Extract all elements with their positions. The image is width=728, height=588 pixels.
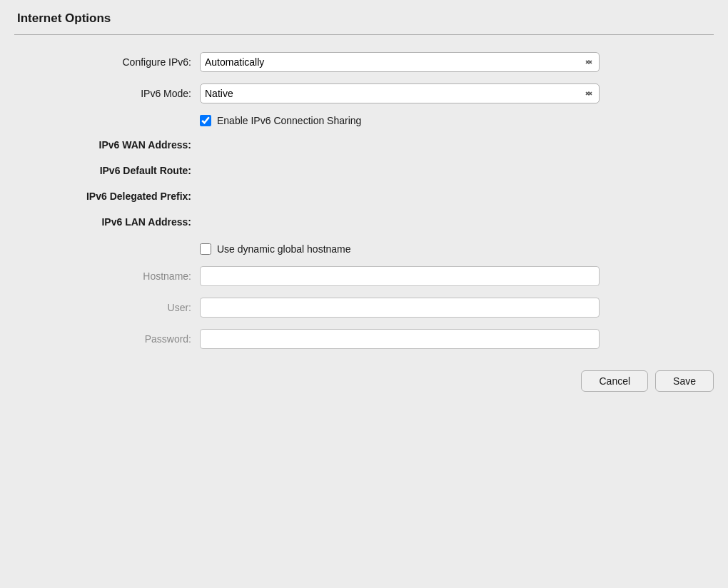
ipv6-prefix-row: IPv6 Delegated Prefix: [14,189,714,203]
configure-ipv6-select[interactable]: Automatically Manually Disabled [200,52,600,72]
ipv6-wan-label: IPv6 WAN Address: [14,139,200,151]
hostname-input[interactable] [200,266,600,286]
ipv6-lan-static [200,215,600,229]
password-label: Password: [14,333,200,345]
ipv6-mode-label: IPv6 Mode: [14,88,200,99]
configure-ipv6-control: Automatically Manually Disabled [200,52,714,72]
button-row: Cancel Save [14,370,714,392]
ipv6-route-label: IPv6 Default Route: [14,165,200,176]
user-row: User: [14,298,714,318]
ipv6-wan-static [200,138,600,152]
form-container: Configure IPv6: Automatically Manually D… [14,52,714,392]
save-button[interactable]: Save [655,370,714,392]
divider [14,34,714,35]
dynamic-hostname-row: Use dynamic global hostname [14,243,714,255]
ipv6-prefix-label: IPv6 Delegated Prefix: [14,191,200,202]
ipv6-mode-control: Native Tunnel 6rd [200,83,714,103]
configure-ipv6-row: Configure IPv6: Automatically Manually D… [14,52,714,72]
page-title: Internet Options [14,11,714,26]
password-row: Password: [14,329,714,349]
hostname-label: Hostname: [14,270,200,282]
ipv6-route-static [200,163,600,178]
dynamic-hostname-label[interactable]: Use dynamic global hostname [217,243,351,255]
ipv6-lan-row: IPv6 LAN Address: [14,215,714,229]
dynamic-hostname-checkbox[interactable] [200,243,211,255]
cancel-button[interactable]: Cancel [581,370,648,392]
enable-sharing-control: Enable IPv6 Connection Sharing [200,115,600,126]
hostname-control [200,266,714,286]
ipv6-wan-row: IPv6 WAN Address: [14,138,714,152]
enable-sharing-checkbox[interactable] [200,115,211,126]
ipv6-prefix-value [200,189,714,203]
enable-sharing-row: Enable IPv6 Connection Sharing [14,115,714,126]
ipv6-wan-value [200,138,714,152]
user-control [200,298,714,318]
ipv6-lan-value [200,215,714,229]
configure-ipv6-label: Configure IPv6: [14,56,200,68]
ipv6-mode-row: IPv6 Mode: Native Tunnel 6rd [14,83,714,103]
ipv6-route-value [200,163,714,178]
ipv6-prefix-static [200,189,600,203]
ipv6-lan-label: IPv6 LAN Address: [14,216,200,228]
dynamic-hostname-control: Use dynamic global hostname [200,243,600,255]
ipv6-route-row: IPv6 Default Route: [14,163,714,178]
password-input[interactable] [200,329,600,349]
user-label: User: [14,302,200,313]
user-input[interactable] [200,298,600,318]
hostname-row: Hostname: [14,266,714,286]
ipv6-mode-select[interactable]: Native Tunnel 6rd [200,83,600,103]
window: Internet Options Configure IPv6: Automat… [0,0,728,588]
enable-sharing-label[interactable]: Enable IPv6 Connection Sharing [217,115,361,126]
password-control [200,329,714,349]
